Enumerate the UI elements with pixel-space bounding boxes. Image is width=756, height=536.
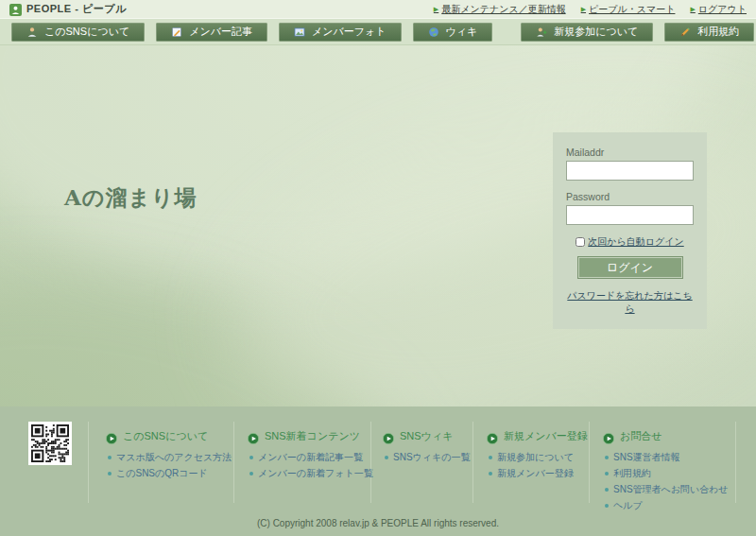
footer-link[interactable]: SNSウィキの一覧 [393,451,471,463]
navbar: このSNSについて メンバー記事 メンバーフォト ウィキ 新規参加について 利用… [0,19,756,45]
footer-column-title[interactable]: 新規メンバー登録 [504,429,588,443]
footer-column-about: このSNSについて マスホ版へのアクセス方法 このSNSのQRコード [106,429,232,483]
footer-divider [735,422,736,503]
footer-link[interactable]: 新規メンバー登録 [497,467,574,479]
globe-icon [428,26,439,38]
auto-login-label[interactable]: 次回から自動ログイン [588,235,683,249]
password-label: Password [566,191,694,202]
footer-link[interactable]: メンバーの新着記事一覧 [258,451,363,463]
footer-divider [88,422,89,503]
header-links: 最新メンテナンス／更新情報 ピープル・スマート ログアウト [434,3,747,16]
auto-login-row: 次回から自動ログイン [566,235,694,249]
footer: このSNSについて マスホ版へのアクセス方法 このSNSのQRコード SNS新着… [0,406,756,536]
footer-link[interactable]: マスホ版へのアクセス方法 [116,451,232,463]
footer-column-wiki: SNSウィキ SNSウィキの一覧 [383,429,471,467]
link-label: 最新メンテナンス／更新情報 [441,3,565,16]
mailaddr-input[interactable] [566,161,694,181]
footer-link[interactable]: ヘルプ [613,499,643,511]
nav-button-wiki[interactable]: ウィキ [413,23,493,42]
link-label: ログアウト [698,3,747,16]
nav-button-label: 新規参加について [554,25,638,39]
qr-code [28,422,72,465]
footer-link[interactable]: このSNSのQRコード [116,467,208,479]
login-panel: Mailaddr Password 次回から自動ログイン ログイン パスワードを… [553,132,707,329]
link-maintenance-info[interactable]: 最新メンテナンス／更新情報 [434,3,566,16]
play-circle-icon [487,431,498,442]
footer-column-title[interactable]: SNS新着コンテンツ [265,429,360,443]
footer-column-title[interactable]: このSNSについて [123,429,208,443]
footer-column-title[interactable]: SNSウィキ [400,429,453,443]
article-icon [171,26,182,38]
play-circle-icon [603,431,614,442]
mailaddr-label: Mailaddr [566,147,694,158]
app-title: PEOPLE - ピープル [26,2,127,16]
page: PEOPLE - ピープル 最新メンテナンス／更新情報 ピープル・スマート ログ… [0,0,756,536]
nav-button-member-articles[interactable]: メンバー記事 [156,23,267,42]
person-add-icon [536,26,547,38]
app-logo[interactable]: PEOPLE - ピープル [9,2,127,16]
footer-column-register: 新規メンバー登録 新規参加について 新規メンバー登録 [487,429,588,483]
main-area: Aの溜まり場 Mailaddr Password 次回から自動ログイン ログイン… [0,45,756,406]
play-circle-icon [106,431,117,442]
nav-button-label: 利用規約 [697,25,739,39]
login-button[interactable]: ログイン [578,257,682,278]
password-input[interactable] [566,205,694,225]
nav-button-terms[interactable]: 利用規約 [664,23,754,42]
person-icon [26,26,38,38]
footer-divider [589,422,590,503]
link-label: ピープル・スマート [589,3,675,16]
people-logo-icon [9,3,22,15]
footer-link[interactable]: 利用規約 [613,467,651,479]
footer-column-title[interactable]: お問合せ [620,429,662,443]
play-circle-icon [383,431,394,442]
footer-link[interactable]: SNS管理者へお問い合わせ [613,483,729,495]
footer-link[interactable]: メンバーの新着フォト一覧 [258,467,373,479]
footer-divider [233,422,234,503]
footer-divider [472,422,473,503]
nav-button-label: このSNSについて [44,25,129,39]
nav-button-member-photos[interactable]: メンバーフォト [279,23,402,42]
nav-button-about-sns[interactable]: このSNSについて [11,23,145,42]
nav-button-label: メンバーフォト [312,25,387,39]
footer-column-new-content: SNS新着コンテンツ メンバーの新着記事一覧 メンバーの新着フォト一覧 [248,429,373,483]
nav-right-group: 利用規約 ? ヘルプ [664,23,756,42]
play-circle-icon [248,431,259,442]
community-title: Aの溜まり場 [64,183,197,213]
photo-icon [294,26,305,38]
nav-button-new-participation[interactable]: 新規参加について [521,23,653,42]
forgot-password-link[interactable]: パスワードを忘れた方はこちら [566,289,694,316]
pencil-icon [679,26,691,38]
auto-login-checkbox[interactable] [576,237,585,247]
footer-link[interactable]: 新規参加について [497,451,574,463]
nav-button-label: メンバー記事 [189,25,252,39]
footer-column-contact: お問合せ SNS運営者情報 利用規約 SNS管理者へお問い合わせ ヘルプ [603,429,729,515]
link-people-smart[interactable]: ピープル・スマート [581,3,676,16]
nav-button-label: ウィキ [446,25,478,39]
copyright-text: (C) Copyright 2008 relav.jp & PEOPLE All… [0,518,756,528]
link-logout[interactable]: ログアウト [690,3,747,16]
top-header: PEOPLE - ピープル 最新メンテナンス／更新情報 ピープル・スマート ログ… [0,0,756,19]
footer-link[interactable]: SNS運営者情報 [613,451,680,463]
